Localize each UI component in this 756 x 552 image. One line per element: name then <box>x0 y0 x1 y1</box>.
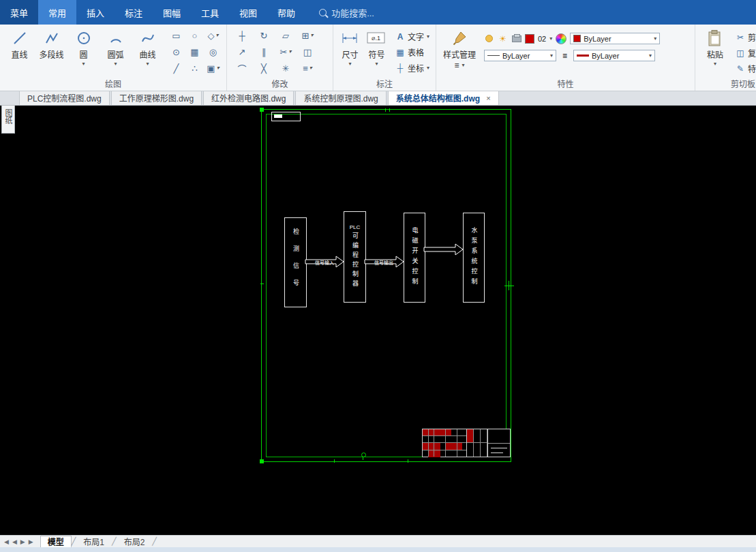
search-placeholder: 功能搜索... <box>331 6 374 19</box>
hatch-icon[interactable]: ▦ <box>185 44 204 60</box>
copy-button[interactable]: ◫ 复制 <box>734 46 756 59</box>
offset-icon[interactable]: ∥ <box>253 44 275 60</box>
layer-plot-icon[interactable] <box>511 33 521 44</box>
title-block-name-cell <box>487 429 510 457</box>
doc-tab-plc-flowchart[interactable]: PLC控制流程图.dwg <box>19 90 110 105</box>
doc-tab-ladder-diagram[interactable]: 工作原理梯形图.dwg <box>111 90 202 105</box>
menu-item-tools[interactable]: 工具 <box>191 0 229 25</box>
menu-item-annotate[interactable]: 标注 <box>115 0 153 25</box>
menu-item-home[interactable]: 常用 <box>38 0 76 25</box>
chevron-down-icon[interactable]: ▾ <box>82 61 85 67</box>
grip-right-mid-cross[interactable] <box>509 281 509 290</box>
chevron-down-icon[interactable]: ▾ <box>714 61 716 67</box>
ellipse-icon[interactable]: ○ <box>185 27 204 44</box>
donut-icon[interactable]: ◎ <box>204 44 222 60</box>
arc-icon <box>108 29 123 47</box>
color-bylayer-select[interactable]: ByLayer ▾ <box>570 33 660 44</box>
drawing-canvas[interactable]: 检测信号 PLC 可编程控制器 电磁开关控制 水泵系统控制 信号输入 信号输出 <box>0 106 756 535</box>
point-icon[interactable]: ⊙ <box>167 44 185 60</box>
spline-button[interactable]: 曲线 ▾ <box>132 27 163 78</box>
style-manager-button[interactable]: 样式管理 <box>440 27 479 60</box>
rectangle-icon[interactable]: ▭ <box>167 27 185 44</box>
doc-tab-system-structure[interactable]: 系统总体结构框图.dwg × <box>388 90 499 105</box>
table-button[interactable]: ▦ 表格 <box>393 46 432 59</box>
color-wheel-icon[interactable] <box>556 33 566 44</box>
region-icon[interactable]: ▣▾ <box>204 60 222 76</box>
diagram-box-detect-signal[interactable]: 检测信号 <box>284 217 307 307</box>
panel-label-modify: 修改 <box>227 78 333 89</box>
arc-button[interactable]: 圆弧 ▾ <box>100 27 131 78</box>
match-properties-button[interactable]: ✎ 特性 <box>734 62 756 75</box>
rotate-icon[interactable]: ↻ <box>253 27 275 44</box>
ribbon: 直线 多段线 圆 ▾ 圆弧 ▾ <box>0 25 756 91</box>
model-tab[interactable]: 模型 <box>40 536 72 548</box>
erase-icon[interactable]: ╳ <box>253 60 275 76</box>
mirror-icon[interactable]: ▱ <box>275 27 297 44</box>
style-more-button[interactable]: ≡ ▾ <box>452 60 466 71</box>
color-chip <box>573 35 581 42</box>
layer-on-icon[interactable] <box>484 33 494 44</box>
explode-icon[interactable]: ✳ <box>275 60 297 76</box>
linetype-select[interactable]: ByLayer ▾ <box>484 50 556 61</box>
menu-item-help[interactable]: 帮助 <box>267 0 305 25</box>
array-icon[interactable]: ⊞▾ <box>297 27 318 44</box>
line-button[interactable]: 直线 <box>4 27 35 78</box>
fillet-icon[interactable]: ⌒ <box>231 60 253 76</box>
menu-item-sheet[interactable]: 图幅 <box>153 0 191 25</box>
last-layout-button[interactable]: ▶ <box>29 538 33 545</box>
join-icon[interactable]: ≡▾ <box>297 60 318 76</box>
copy-icon[interactable]: ◫ <box>297 44 318 60</box>
scale-icon[interactable]: ↗ <box>231 44 253 60</box>
lineweight-select[interactable]: ByLayer ▾ <box>573 50 655 61</box>
polygon-icon[interactable]: ◇▾ <box>204 27 222 44</box>
function-search[interactable]: 功能搜索... <box>319 0 374 25</box>
chevron-down-icon[interactable]: ▾ <box>146 61 149 67</box>
grip-top-left[interactable] <box>260 108 264 112</box>
prev-layout-button[interactable]: ◀ <box>12 538 17 545</box>
scissors-icon: ✂ <box>736 33 745 42</box>
menu-item-menu[interactable]: 菜单 <box>0 0 38 25</box>
diagram-box-switch-control[interactable]: 电磁开关控制 <box>404 213 425 303</box>
diagram-box-water-system[interactable]: 水泵系统控制 <box>463 213 485 303</box>
symbol-button[interactable]: ⌀.1 符号 ▾ <box>364 27 389 78</box>
coordinate-button[interactable]: ┼ 坐标 ▾ <box>393 61 432 74</box>
chevron-down-icon[interactable]: ▾ <box>549 36 552 42</box>
next-layout-button[interactable]: ▶ <box>20 538 25 545</box>
grip-right-mid-cross[interactable] <box>504 286 514 286</box>
layout1-tab[interactable]: 布局1 <box>76 536 112 548</box>
chevron-down-icon[interactable]: ▾ <box>375 61 378 67</box>
paste-button[interactable]: 粘贴 ▾ <box>699 27 731 78</box>
color-swatch[interactable] <box>525 34 534 44</box>
first-layout-button[interactable]: ◀ <box>4 538 9 545</box>
title-block[interactable] <box>422 429 511 457</box>
menu-item-view[interactable]: 视图 <box>229 0 267 25</box>
panel-label-clipboard: 剪切板 <box>695 78 756 89</box>
doc-tab-label: 工作原理梯形图.dwg <box>119 92 194 104</box>
polyline-button[interactable]: 多段线 <box>36 27 67 78</box>
layout2-tab[interactable]: 布局2 <box>117 536 153 548</box>
move-icon[interactable]: ┼ <box>231 27 253 44</box>
lines-icon: ≡ <box>454 61 459 70</box>
linetype-manager-icon[interactable]: ≡ <box>560 50 570 61</box>
layer-thaw-icon[interactable]: ☀ <box>498 33 508 44</box>
doc-tab-control-principle[interactable]: 系统控制原理图.dwg <box>295 90 386 105</box>
dimension-button[interactable]: 尺寸 ▾ <box>337 27 363 78</box>
paintbrush-icon <box>451 29 468 47</box>
trim-icon[interactable]: ✂▾ <box>275 44 297 60</box>
grip-bottom-left[interactable] <box>260 459 264 463</box>
ribbon-panel-draw: 直线 多段线 圆 ▾ 圆弧 ▾ <box>0 25 227 91</box>
diagram-box-plc[interactable]: PLC 可编程控制器 <box>344 211 366 303</box>
multipoint-icon[interactable]: ∴ <box>185 60 204 76</box>
construction-line-icon[interactable]: ╱ <box>167 60 185 76</box>
text-button[interactable]: A 文字 ▾ <box>393 30 432 43</box>
menu-item-insert[interactable]: 插入 <box>76 0 115 25</box>
doc-tab-infrared-circuit[interactable]: 红外检测电路图.dwg <box>203 90 294 105</box>
chevron-down-icon[interactable]: ▾ <box>348 61 351 67</box>
arrow-label: 信号输出 <box>367 259 401 266</box>
close-icon[interactable]: × <box>486 94 490 102</box>
cut-button[interactable]: ✂ 剪切 <box>734 31 756 44</box>
drawing-sheet-frame: 检测信号 PLC 可编程控制器 电磁开关控制 水泵系统控制 信号输入 信号输出 <box>261 109 511 462</box>
chevron-down-icon[interactable]: ▾ <box>114 61 117 67</box>
circle-button[interactable]: 圆 ▾ <box>68 27 99 78</box>
menu-bar: 菜单 常用 插入 标注 图幅 工具 视图 帮助 功能搜索... <box>0 0 756 25</box>
